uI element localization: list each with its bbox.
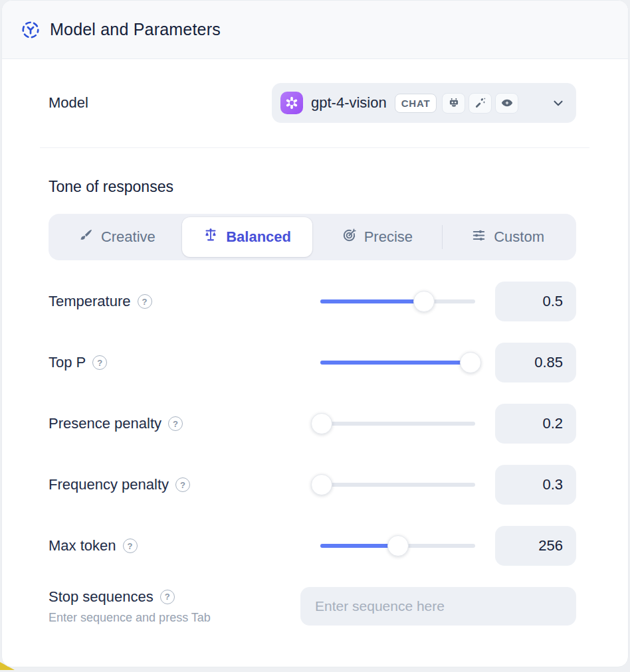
max-token-value[interactable]: 256 bbox=[495, 526, 576, 566]
slider-fill bbox=[320, 361, 471, 365]
selected-model-name: gpt-4-vision bbox=[311, 94, 387, 112]
openai-logo-icon bbox=[280, 92, 303, 114]
stop-sequences-helper: Enter sequence and press Tab bbox=[49, 611, 300, 625]
temperature-slider[interactable] bbox=[320, 291, 475, 312]
temperature-value[interactable]: 0.5 bbox=[495, 282, 576, 321]
tone-option-custom[interactable]: Custom bbox=[443, 217, 573, 257]
magic-wand-icon bbox=[469, 93, 492, 114]
param-label: Frequency penalty bbox=[49, 476, 320, 493]
model-label: Model bbox=[49, 94, 272, 112]
stop-sequences-labels: Stop sequences Enter sequence and press … bbox=[49, 588, 300, 625]
model-parameters-panel: Model and Parameters Model bbox=[1, 0, 629, 667]
param-row-temperature: Temperature 0.5 bbox=[49, 282, 576, 321]
top-p-value[interactable]: 0.85 bbox=[495, 343, 576, 382]
param-row-frequency-penalty: Frequency penalty 0.3 bbox=[49, 465, 576, 505]
slider-fill bbox=[320, 544, 398, 548]
tone-option-label: Balanced bbox=[226, 228, 291, 246]
vision-eye-icon bbox=[495, 93, 518, 114]
target-icon bbox=[342, 228, 357, 247]
model-row: Model gpt-4-vi bbox=[49, 83, 576, 123]
slider-fill bbox=[320, 299, 424, 303]
model-type-badge: CHAT bbox=[395, 94, 437, 113]
paintbrush-icon bbox=[78, 228, 94, 247]
sliders-icon bbox=[471, 228, 486, 247]
param-row-max-token: Max token 256 bbox=[49, 526, 576, 566]
stop-sequences-label: Stop sequences bbox=[49, 588, 154, 606]
tone-option-precise[interactable]: Precise bbox=[312, 217, 443, 257]
stop-sequences-row: Stop sequences Enter sequence and press … bbox=[49, 587, 576, 626]
presence-penalty-value[interactable]: 0.2 bbox=[495, 404, 576, 444]
param-row-top-p: Top P 0.85 bbox=[49, 343, 576, 382]
help-icon[interactable] bbox=[123, 539, 138, 553]
chevron-down-icon bbox=[551, 96, 566, 110]
param-label: Top P bbox=[49, 354, 320, 371]
top-p-slider[interactable] bbox=[320, 352, 475, 373]
tone-segmented-control: Creative Balanced bbox=[49, 214, 576, 260]
help-icon[interactable] bbox=[160, 590, 175, 604]
tone-option-label: Precise bbox=[364, 228, 413, 246]
capability-chips bbox=[442, 93, 518, 114]
max-token-slider[interactable] bbox=[320, 535, 475, 556]
slider-thumb[interactable] bbox=[413, 291, 435, 312]
tone-option-label: Creative bbox=[101, 228, 156, 246]
help-icon[interactable] bbox=[92, 355, 107, 370]
model-select[interactable]: gpt-4-vision CHAT bbox=[272, 83, 576, 123]
panel-header: Model and Parameters bbox=[2, 1, 628, 59]
robot-icon bbox=[442, 93, 465, 114]
page-title: Model and Parameters bbox=[50, 20, 221, 39]
frequency-penalty-slider[interactable] bbox=[320, 474, 475, 495]
section-divider bbox=[40, 147, 589, 148]
param-row-presence-penalty: Presence penalty 0.2 bbox=[49, 404, 576, 444]
tone-option-balanced[interactable]: Balanced bbox=[182, 217, 312, 257]
help-icon[interactable] bbox=[168, 416, 183, 431]
param-label: Temperature bbox=[49, 293, 320, 310]
slider-thumb[interactable] bbox=[460, 352, 481, 373]
frequency-penalty-value[interactable]: 0.3 bbox=[495, 465, 576, 505]
tone-option-label: Custom bbox=[494, 228, 544, 246]
slider-thumb[interactable] bbox=[311, 413, 332, 434]
balance-scale-icon bbox=[203, 227, 219, 247]
slider-thumb[interactable] bbox=[311, 474, 332, 495]
tone-option-creative[interactable]: Creative bbox=[52, 217, 182, 257]
help-icon[interactable] bbox=[138, 294, 152, 309]
help-icon[interactable] bbox=[175, 477, 190, 492]
param-label: Max token bbox=[49, 537, 320, 554]
tone-heading: Tone of responses bbox=[49, 178, 576, 196]
presence-penalty-slider[interactable] bbox=[320, 413, 475, 434]
slider-thumb[interactable] bbox=[387, 535, 409, 556]
model-icon bbox=[21, 20, 41, 40]
param-label: Presence penalty bbox=[49, 415, 320, 432]
stop-sequence-input[interactable] bbox=[300, 587, 576, 626]
